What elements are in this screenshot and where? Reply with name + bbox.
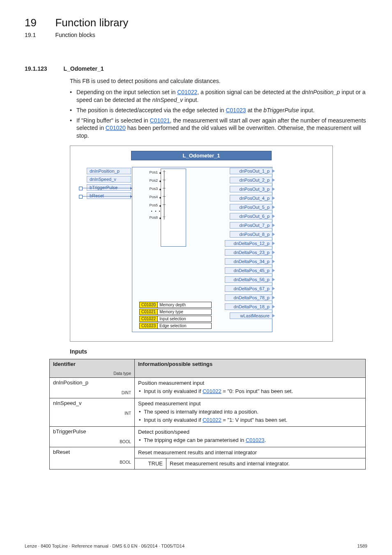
pos-label: Pos5 <box>146 203 158 207</box>
param-text: Memory type <box>158 309 211 314</box>
text: . <box>264 437 266 443</box>
port-out: dnPosOut_3_p <box>230 186 272 192</box>
param-name: dnInPosition_p <box>302 89 340 95</box>
chapter-number: 19 <box>25 16 53 29</box>
link-c01022[interactable]: C01022 <box>177 89 197 95</box>
info-line: Detect position/speed <box>138 429 189 435</box>
terminal-icon <box>79 187 83 190</box>
section-number: 19.1 <box>25 32 53 38</box>
port-out: dnDeltaPos_56_p <box>225 276 272 283</box>
port-out: dnPosOut_7_p <box>230 222 272 229</box>
link-c01023[interactable]: C01023 <box>226 107 246 113</box>
identifier: nInSpeed_v <box>53 400 81 406</box>
info-bullet: The tripping edge can be parameterised i… <box>138 437 362 444</box>
info-line: Speed measurement input <box>138 400 201 407</box>
param-code: C01020 <box>140 302 158 308</box>
block-diagram: L_Odometer_1 dnInPosition_p dnInSpeed_v … <box>70 146 333 342</box>
param-row: C01022Input selection <box>139 316 212 322</box>
text: , a position signal can be detected at t… <box>197 89 302 95</box>
subsection-header: 19.1.123 L_Odometer_1 <box>25 65 367 72</box>
pos-label: Pos3 <box>146 187 158 191</box>
datatype: DINT <box>53 391 131 395</box>
tick-icon: ┬ <box>163 169 166 174</box>
pos-label: Pos8 <box>146 215 158 220</box>
param-row: C01023Edge selection <box>139 323 212 329</box>
bullet-item: Depending on the input selection set in … <box>70 88 367 104</box>
param-name: nInSpeed_v <box>152 97 183 103</box>
table-row: bReset BOOL Reset measurement results an… <box>50 447 366 469</box>
datatype: BOOL <box>53 460 131 465</box>
link-c01021[interactable]: C01021 <box>150 117 170 124</box>
value-key: TRUE <box>148 460 163 467</box>
link-c01022[interactable]: C01022 <box>203 388 221 394</box>
text: Depending on the input selection set in <box>76 89 177 95</box>
tick-icon: ┼ <box>163 194 166 199</box>
text: The speed is internally integrated into … <box>144 409 258 415</box>
wire <box>83 188 132 188</box>
param-name: bTriggerPulse <box>263 107 299 113</box>
table-header: Information/possible settings <box>135 359 366 378</box>
table-row: nInSpeed_v INT Speed measurement input T… <box>50 398 366 427</box>
param-code: C01021 <box>140 309 158 314</box>
subsection-number: 19.1.123 <box>25 65 62 72</box>
footer-left: Lenze · 8400 TopLine · Reference manual … <box>25 543 184 548</box>
subsection-title: L_Odometer_1 <box>63 65 104 72</box>
text: at the <box>246 107 264 113</box>
datatype: BOOL <box>53 439 131 444</box>
tick-icon: ┴ <box>163 215 166 219</box>
info-line: Position measurement input <box>138 380 204 386</box>
header-datatype: Data type <box>53 371 131 376</box>
port-out: dnPosOut_2_p <box>230 177 272 183</box>
table-header: Identifier Data type <box>50 359 135 378</box>
param-code: C01022 <box>140 316 158 321</box>
section-title: Function blocks <box>55 32 95 38</box>
chapter-header: 19 Function library <box>25 16 367 29</box>
info-bullet: Input is only evaluated if C01022 = "1: … <box>138 416 362 424</box>
tick-icon: ┼ <box>163 178 166 182</box>
footer-page-number: 1589 <box>357 543 367 548</box>
page-footer: Lenze · 8400 TopLine · Reference manual … <box>25 543 367 548</box>
text: Input is only evaluated if <box>144 417 203 423</box>
section-header: 19.1 Function blocks <box>25 29 367 39</box>
text: Input is only evaluated if <box>144 388 203 394</box>
diagram-title: L_Odometer_1 <box>131 151 272 160</box>
identifier: bReset <box>53 449 70 455</box>
pos-label: Pos4 <box>146 195 158 199</box>
link-c01023[interactable]: C01023 <box>246 437 265 443</box>
identifier: bTriggerPulse <box>53 428 86 435</box>
header-info: Information/possible settings <box>138 361 212 367</box>
param-code: C01023 <box>140 323 158 328</box>
separator: _ _ _ _ _ _ _ _ _ _ _ _ _ _ _ _ _ _ _ _ … <box>25 48 367 54</box>
text: = "1: V input" has been set. <box>221 417 288 423</box>
port-in: dnInSpeed_v <box>87 176 131 183</box>
port-out: wLastMeasure <box>230 312 272 319</box>
inputs-table: Identifier Data type Information/possibl… <box>49 359 366 469</box>
datatype: INT <box>53 411 131 416</box>
port-out: dnPosOut_5_p <box>230 204 272 210</box>
link-c01022[interactable]: C01022 <box>203 417 221 423</box>
port-in: dnInPosition_p <box>87 168 131 174</box>
port-out: dnDeltaPos_12_p <box>225 240 272 247</box>
terminal-icon <box>79 195 83 199</box>
text: The position is detected/accepted via th… <box>76 107 226 113</box>
table-row: dnInPosition_p DINT Position measurement… <box>50 378 366 398</box>
text: = "0: Pos input" has been set. <box>221 388 293 394</box>
text: input. <box>183 97 198 103</box>
info-bullet: The speed is internally integrated into … <box>138 408 362 416</box>
intro-text: This FB is used to detect positions and … <box>70 77 367 85</box>
bullet-item: If "Ring buffer" is selected in C01021, … <box>70 117 367 140</box>
value-desc: Reset measurement results and internal i… <box>170 460 290 467</box>
nested-table: TRUE Reset measurement results and inter… <box>135 458 365 469</box>
tick-icon: ┼ <box>163 186 166 190</box>
text: If "Ring buffer" is selected in <box>76 117 150 124</box>
tick-icon: ┼ <box>163 202 166 207</box>
link-c01020[interactable]: C01020 <box>106 125 126 131</box>
port-out: dnPosOut_4_p <box>230 195 272 201</box>
pos-ellipsis: • • • <box>150 209 161 213</box>
inputs-heading: Inputs <box>70 348 367 355</box>
port-out: dnDeltaPos_78_p <box>225 294 272 301</box>
header-identifier: Identifier <box>53 361 76 367</box>
port-out: dnPosOut_1_p <box>230 168 272 174</box>
port-in: bTriggerPulse <box>87 184 131 191</box>
bullet-list: Depending on the input selection set in … <box>70 88 367 140</box>
